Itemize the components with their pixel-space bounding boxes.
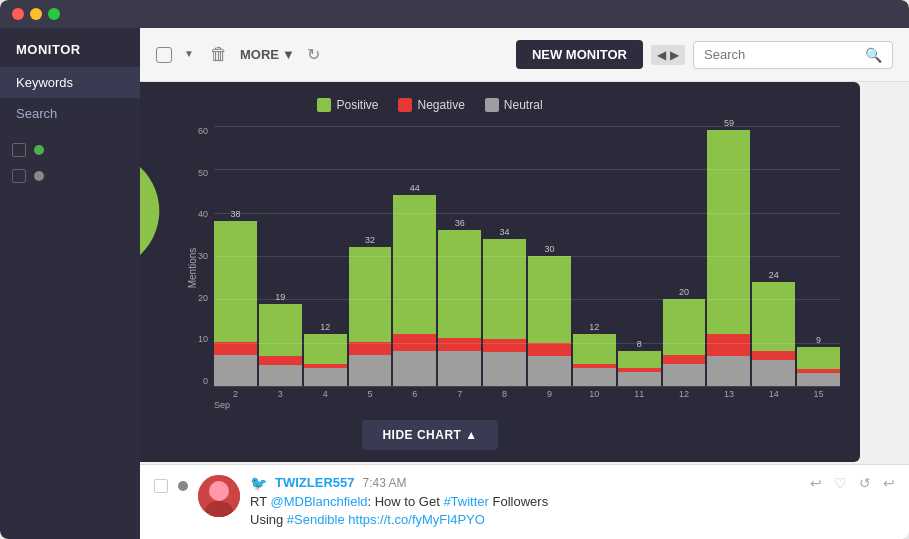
bar-group-4: 12 [304,322,347,386]
select-all-checkbox[interactable] [156,47,172,63]
y-label-60: 60 [180,126,208,136]
minimize-button[interactable] [30,8,42,20]
x-label-11: 11 [618,389,661,399]
tweet-checkbox[interactable] [154,479,168,493]
tweet-time: 7:43 AM [362,476,406,490]
bar-stack-2 [214,221,257,386]
sidebar-item-keywords[interactable]: Keywords [0,67,140,98]
list-checkbox-1[interactable] [12,143,26,157]
bar-negative-8 [483,339,526,352]
x-label-15: 15 [797,389,840,399]
bar-value-7: 36 [455,218,465,228]
bar-stack-7 [438,230,481,386]
bar-value-14: 24 [769,270,779,280]
bar-value-5: 32 [365,235,375,245]
list-checkbox-2[interactable] [12,169,26,183]
next-arrow-icon[interactable]: ▶ [670,48,679,62]
tweet-sentiment-dot [178,481,188,491]
main-area: MONITOR Keywords Search [0,28,909,539]
sidebar-item-search[interactable]: Search [0,98,140,129]
tweet-mention[interactable]: @MDBlanchfield [270,494,367,509]
prev-arrow-icon[interactable]: ◀ [657,48,666,62]
toolbar-right: NEW MONITOR ◀ ▶ 🔍 [516,40,893,69]
search-input[interactable] [704,47,859,62]
bar-negative-9 [528,343,571,356]
bar-stack-9 [528,256,571,386]
bar-neutral-12 [663,364,706,386]
tweet-hashtag2[interactable]: #Sendible [287,512,345,527]
bar-neutral-11 [618,372,661,386]
x-label-10: 10 [573,389,616,399]
delete-button[interactable]: 🗑 [210,44,228,65]
more-icon[interactable]: ↩ [883,475,895,491]
bar-group-14: 24 [752,270,795,386]
bar-stack-11 [618,351,661,386]
reply-icon[interactable]: ↩ [810,475,822,491]
legend-positive: Positive [317,98,378,112]
tweet-text-mid: : How to Get [368,494,444,509]
tweet-hashtag[interactable]: #Twitter [443,494,489,509]
bar-stack-8 [483,239,526,386]
dropdown-chevron[interactable]: ▼ [184,48,198,62]
bar-group-9: 30 [528,244,571,386]
bar-group-12: 20 [663,287,706,386]
hide-chart-button[interactable]: HIDE CHART ▲ [362,420,497,450]
avatar-image [198,475,240,517]
new-monitor-button[interactable]: NEW MONITOR [516,40,643,69]
search-box[interactable]: 🔍 [693,41,893,69]
tweet-link[interactable]: https://t.co/fyMyFl4PYO [348,512,485,527]
tweet-row: 🐦 TWIZLER557 7:43 AM RT @MDBlanchfield: … [154,475,895,529]
close-button[interactable] [12,8,24,20]
bar-negative-2 [214,342,257,355]
bar-value-11: 8 [637,339,642,349]
bar-value-3: 19 [275,292,285,302]
search-icon[interactable]: 🔍 [865,47,882,63]
legend-negative: Negative [398,98,464,112]
more-button[interactable]: MORE ▼ [240,47,295,62]
bar-stack-6 [393,195,436,386]
x-month-label: Sep [180,400,840,410]
y-label-50: 50 [180,168,208,178]
bar-positive-9 [528,256,571,343]
bar-group-11: 8 [618,339,661,386]
legend-neutral: Neutral [485,98,543,112]
app-window: MONITOR Keywords Search [0,0,909,539]
bar-stack-3 [259,304,302,386]
bar-positive-12 [663,299,706,355]
bar-negative-13 [707,334,750,356]
x-label-7: 7 [438,389,481,399]
retweet-icon[interactable]: ↺ [859,475,871,491]
bar-value-8: 34 [500,227,510,237]
sidebar-list [0,129,140,197]
x-label-2: 2 [214,389,257,399]
x-label-14: 14 [752,389,795,399]
nav-arrows[interactable]: ◀ ▶ [651,45,685,65]
y-axis-labels: 60 50 40 30 20 10 0 [180,126,208,386]
bar-neutral-9 [528,356,571,386]
maximize-button[interactable] [48,8,60,20]
bar-negative-5 [349,342,392,355]
hide-chart-section: HIDE CHART ▲ [140,420,840,450]
x-label-12: 12 [663,389,706,399]
bar-positive-15 [797,347,840,369]
bar-group-5: 32 [349,235,392,386]
bar-positive-2 [214,221,257,342]
x-label-9: 9 [528,389,571,399]
like-icon[interactable]: ♡ [834,475,847,491]
x-label-4: 4 [304,389,347,399]
bar-chart-section: Mentions [180,126,840,410]
bar-group-10: 12 [573,322,616,386]
toolbar: ▼ 🗑 MORE ▼ ↻ NEW MONITOR ◀ ▶ [140,28,909,82]
bar-value-9: 30 [544,244,554,254]
bar-group-7: 36 [438,218,481,386]
x-axis-labels: 23456789101112131415 [180,389,840,399]
bar-neutral-5 [349,355,392,386]
bar-positive-3 [259,304,302,356]
y-label-0: 0 [180,376,208,386]
bar-positive-4 [304,334,347,364]
bar-negative-14 [752,351,795,360]
bar-group-6: 44 [393,183,436,386]
refresh-button[interactable]: ↻ [307,45,320,64]
tweet-username[interactable]: TWIZLER557 [275,475,354,490]
pie-chart [140,146,165,276]
